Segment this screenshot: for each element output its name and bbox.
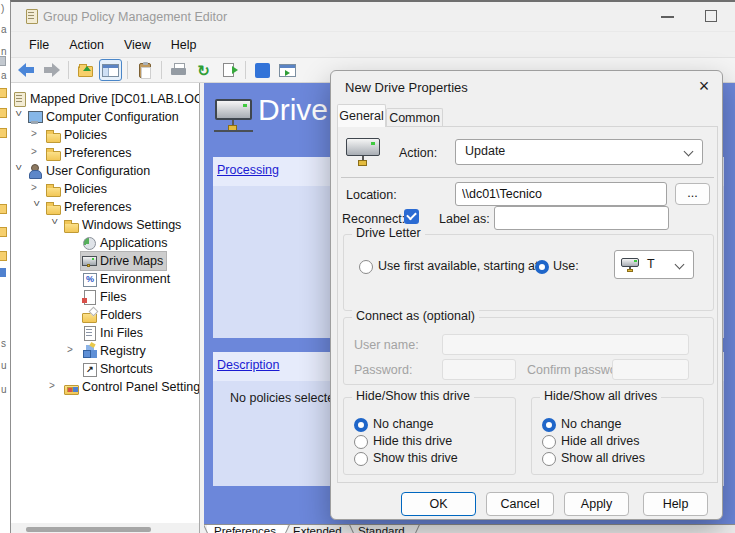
processing-link[interactable]: Processing: [217, 163, 279, 177]
hide-all-radio-no-change[interactable]: [542, 418, 556, 432]
toolbar-show-console-tree-button[interactable]: [99, 59, 122, 81]
tree-node[interactable]: Mapped Drive [DC01.LAB.LOCA: [11, 90, 200, 108]
tree-row-policies[interactable]: >Policies: [11, 180, 199, 198]
background-text-fragment: a: [1, 70, 7, 81]
tree-node[interactable]: Shortcuts: [81, 360, 156, 378]
use-first-available-radio[interactable]: [359, 260, 373, 274]
description-link[interactable]: Description: [217, 358, 280, 372]
tab-separator: [349, 524, 357, 533]
chevron-down-icon[interactable]: >: [13, 111, 24, 121]
toolbar-export-list-button[interactable]: [217, 59, 240, 81]
tree-row-files[interactable]: Files: [11, 288, 199, 306]
user-name-label: User name:: [354, 338, 419, 352]
chevron-right-icon[interactable]: >: [31, 128, 41, 139]
tree-row-folders[interactable]: Folders: [11, 306, 199, 324]
menu-action[interactable]: Action: [59, 35, 114, 55]
location-input[interactable]: [455, 182, 667, 206]
tree-row-registry[interactable]: >Registry: [11, 342, 199, 360]
tree-node[interactable]: Control Panel Setting: [63, 378, 200, 396]
hide-all-label: Show all drives: [561, 451, 645, 465]
toolbar-refresh-button[interactable]: ↻: [192, 59, 215, 81]
drive-letter-dropdown[interactable]: T: [614, 250, 694, 279]
chevron-down-icon[interactable]: >: [13, 165, 24, 175]
bottom-tab-preferences[interactable]: Preferences: [214, 525, 276, 533]
menu-view[interactable]: View: [114, 35, 161, 55]
chevron-right-icon[interactable]: >: [31, 146, 41, 157]
browse-button[interactable]: ...: [675, 183, 710, 205]
menu-file[interactable]: File: [19, 35, 59, 55]
show-window-icon: [279, 64, 296, 77]
hide-all-radio-hide-all-drives[interactable]: [542, 435, 556, 449]
toolbar-help-button[interactable]: [251, 59, 274, 81]
help-button[interactable]: Help: [643, 492, 708, 516]
minimize-button[interactable]: [661, 16, 674, 18]
close-icon[interactable]: ×: [691, 73, 717, 99]
hide-this-radio-hide-this-drive[interactable]: [354, 435, 368, 449]
tree-node[interactable]: Preferences: [45, 198, 134, 216]
chevron-down-icon: [675, 260, 685, 270]
tree-row-drive-maps[interactable]: Drive Maps: [11, 252, 199, 270]
window-scroll-icon: [24, 9, 38, 23]
maximize-button[interactable]: [705, 10, 717, 22]
tree-row-preferences[interactable]: >Preferences: [11, 144, 199, 162]
tree-node[interactable]: Policies: [45, 180, 110, 198]
chevron-right-icon[interactable]: >: [31, 182, 41, 193]
tree-node[interactable]: Applications: [81, 234, 170, 252]
tab-general[interactable]: General: [337, 104, 386, 127]
bottom-tab-extended[interactable]: Extended: [293, 525, 342, 533]
tree-row-ini-files[interactable]: Ini Files: [11, 324, 199, 342]
toolbar-back-button[interactable]: [15, 59, 38, 81]
tree-row-policies[interactable]: >Policies: [11, 126, 199, 144]
tree-node[interactable]: Files: [81, 288, 129, 306]
tree-row-mapped-drive-dc01-lab-loca[interactable]: Mapped Drive [DC01.LAB.LOCA: [11, 90, 199, 108]
toolbar-show-window-button[interactable]: [276, 59, 299, 81]
tree-node[interactable]: Registry: [81, 342, 149, 360]
reconnect-checkbox[interactable]: [404, 209, 419, 224]
use-first-available-label: Use first available, starting at:: [378, 259, 542, 273]
tree-node[interactable]: Drive Maps: [81, 252, 166, 270]
tree-node[interactable]: Ini Files: [81, 324, 146, 342]
scrollbar-thumb[interactable]: [26, 527, 151, 532]
tree-node[interactable]: Environment: [81, 270, 173, 288]
ok-button[interactable]: OK: [401, 492, 476, 516]
tree-item-label: Policies: [64, 128, 107, 142]
drive-letter-value: T: [647, 257, 655, 271]
tree-row-applications[interactable]: Applications: [11, 234, 199, 252]
bottom-tab-standard[interactable]: Standard: [358, 525, 405, 533]
toolbar-clipboard-button[interactable]: [133, 59, 156, 81]
toolbar-print-button[interactable]: [167, 59, 190, 81]
tree-row-environment[interactable]: Environment: [11, 270, 199, 288]
tree-row-preferences[interactable]: >Preferences: [11, 198, 199, 216]
use-radio[interactable]: [535, 260, 549, 274]
tree-node[interactable]: Policies: [45, 126, 110, 144]
menu-help[interactable]: Help: [161, 35, 207, 55]
tree-row-user-configuration[interactable]: >User Configuration: [11, 162, 199, 180]
chevron-right-icon[interactable]: >: [67, 344, 77, 355]
chevron-right-icon[interactable]: >: [49, 380, 59, 391]
action-dropdown[interactable]: Update: [455, 139, 703, 165]
window-title: Group Policy Management Editor: [43, 10, 227, 24]
tree-item-label: Environment: [100, 272, 170, 286]
tree-row-windows-settings[interactable]: >Windows Settings: [11, 216, 199, 234]
hide-this-radio-no-change[interactable]: [354, 418, 368, 432]
tree-horizontal-scrollbar[interactable]: [11, 523, 199, 533]
tree-row-shortcuts[interactable]: Shortcuts: [11, 360, 199, 378]
label-as-input[interactable]: [494, 206, 669, 230]
tree-node[interactable]: Computer Configuration: [27, 108, 182, 126]
tree-node[interactable]: Preferences: [45, 144, 134, 162]
toolbar-forward-button[interactable]: [40, 59, 63, 81]
toolbar-up-one-level-button[interactable]: [74, 59, 97, 81]
tree-node[interactable]: User Configuration: [27, 162, 153, 180]
tree-row-control-panel-setting[interactable]: >Control Panel Setting: [11, 378, 199, 396]
folder-icon: [46, 182, 60, 196]
tree-row-computer-configuration[interactable]: >Computer Configuration: [11, 108, 199, 126]
chevron-down-icon[interactable]: >: [31, 201, 42, 211]
hide-all-radio-show-all-drives[interactable]: [542, 452, 556, 466]
tree-node[interactable]: Folders: [81, 306, 145, 324]
apply-button[interactable]: Apply: [564, 492, 629, 516]
tab-common[interactable]: Common: [386, 108, 443, 127]
chevron-down-icon[interactable]: >: [49, 219, 60, 229]
cancel-button[interactable]: Cancel: [486, 492, 554, 516]
hide-this-radio-show-this-drive[interactable]: [354, 452, 368, 466]
tree-node[interactable]: Windows Settings: [63, 216, 184, 234]
